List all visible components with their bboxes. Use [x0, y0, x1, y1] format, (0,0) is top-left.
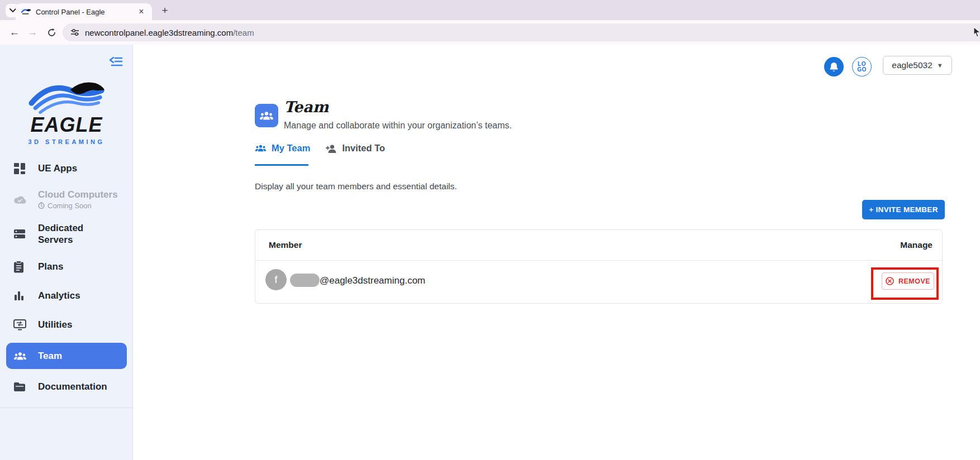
team-page-icon: [255, 104, 278, 127]
mouse-cursor: [973, 27, 980, 37]
member-avatar: f: [265, 269, 287, 290]
browser-tab[interactable]: Control Panel - Eagle ×: [16, 3, 152, 20]
bell-icon: [829, 62, 839, 72]
site-settings-icon: [70, 28, 79, 36]
caret-down-icon: ▼: [937, 62, 943, 69]
redacted-username: [290, 274, 320, 287]
sidebar-item-label: Utilities: [38, 319, 72, 330]
new-tab-button[interactable]: +: [159, 4, 171, 17]
column-manage: Manage: [900, 240, 933, 250]
brand-tagline: 3D STREAMING: [28, 138, 104, 145]
org-logo-text: GO: [857, 67, 867, 73]
people-icon: [255, 144, 267, 152]
sidebar-item-label: UE Apps: [38, 162, 77, 174]
browser-tab-strip: Control Panel - Eagle × +: [0, 0, 980, 20]
members-table: Member Manage f @eagle3dstreaming.com RE…: [255, 229, 943, 304]
monitor-transfer-icon: [13, 318, 27, 332]
dashboard-grid-icon: [13, 162, 27, 175]
sidebar-item-label: Documentation: [38, 381, 107, 392]
table-header-row: Member Manage: [255, 230, 942, 261]
sidebar-item-documentation[interactable]: Documentation: [0, 372, 133, 401]
sidebar-item-dedicated-servers[interactable]: Dedicated Servers: [0, 215, 133, 252]
column-member: Member: [269, 240, 302, 250]
page-content: EAGLE 3D STREAMING UE Apps Cloud Compute…: [0, 45, 980, 460]
clipboard-icon: [13, 260, 27, 274]
sidebar-item-cloud-computers: Cloud Computers Coming Soon: [0, 183, 133, 215]
clock-icon: [38, 202, 45, 209]
notifications-button[interactable]: [824, 57, 844, 76]
url-path: /team: [233, 28, 254, 37]
cancel-circle-icon: [886, 277, 894, 285]
brand-logo: EAGLE 3D STREAMING: [0, 76, 133, 145]
active-tab-underline: [255, 164, 308, 166]
team-tabs: My Team Invited To: [255, 143, 385, 154]
tab-label: Invited To: [342, 143, 385, 154]
forward-button: →: [23, 23, 41, 41]
browser-toolbar: ← → newcontrolpanel.eagle3dstreaming.com…: [0, 20, 980, 45]
eagle-logo-icon: [22, 76, 111, 114]
coming-soon-badge: Coming Soon: [38, 202, 118, 210]
url-text: newcontrolpanel.eagle3dstreaming.com/tea…: [85, 28, 254, 37]
collapse-sidebar-icon: [108, 55, 123, 67]
sidebar-item-team[interactable]: Team: [6, 343, 127, 369]
page-subtitle: Manage and collaborate within your organ…: [284, 121, 512, 131]
remove-label: REMOVE: [898, 277, 930, 285]
back-button[interactable]: ←: [6, 23, 23, 41]
chevron-down-icon: [9, 8, 16, 13]
url-host: newcontrolpanel.eagle3dstreaming.com: [85, 28, 233, 37]
tab-title: Control Panel - Eagle: [36, 8, 136, 16]
account-name: eagle5032: [892, 60, 932, 70]
page-title: Team: [284, 98, 329, 116]
url-bar[interactable]: newcontrolpanel.eagle3dstreaming.com/tea…: [63, 23, 980, 41]
folder-icon: [13, 380, 27, 394]
sidebar-item-label: Cloud Computers: [38, 189, 118, 200]
org-logo-avatar[interactable]: LO GO: [852, 57, 872, 76]
remove-member-button[interactable]: REMOVE: [882, 272, 934, 290]
sidebar-footer-divider: [0, 408, 133, 408]
main-content: LO GO eagle5032 ▼ Team Manage and collab…: [133, 45, 980, 460]
sidebar-nav: UE Apps Cloud Computers Coming Soon: [0, 154, 133, 401]
brand-name: EAGLE: [30, 115, 102, 135]
section-description: Display all your team members and essent…: [255, 181, 457, 191]
server-icon: [13, 227, 27, 241]
account-dropdown[interactable]: eagle5032 ▼: [883, 56, 952, 75]
sidebar-collapse-button[interactable]: [108, 55, 124, 68]
tab-label: My Team: [272, 143, 310, 154]
cloud-icon: [13, 193, 27, 206]
sidebar: EAGLE 3D STREAMING UE Apps Cloud Compute…: [0, 45, 133, 460]
sidebar-item-label: Dedicated Servers: [38, 222, 101, 246]
invite-member-button[interactable]: + INVITE MEMBER: [862, 200, 945, 219]
sidebar-item-analytics[interactable]: Analytics: [0, 281, 133, 310]
reload-button[interactable]: [42, 23, 60, 41]
person-add-icon: [326, 144, 337, 153]
tab-invited-to[interactable]: Invited To: [326, 143, 385, 154]
bar-chart-icon: [13, 289, 27, 303]
sidebar-item-label: Team: [38, 350, 62, 362]
member-email: @eagle3dstreaming.com: [320, 275, 425, 286]
tab-close-icon[interactable]: ×: [136, 7, 146, 17]
table-row: f @eagle3dstreaming.com REMOVE: [255, 261, 942, 304]
tab-my-team[interactable]: My Team: [255, 143, 310, 154]
eagle-favicon: [21, 8, 31, 16]
sidebar-item-label: Analytics: [38, 290, 80, 301]
sidebar-item-utilities[interactable]: Utilities: [0, 310, 133, 339]
team-people-icon: [13, 349, 27, 363]
sidebar-item-label: Plans: [38, 261, 63, 272]
sidebar-item-ue-apps[interactable]: UE Apps: [0, 154, 133, 183]
reload-icon: [47, 28, 56, 37]
sidebar-item-plans[interactable]: Plans: [0, 252, 133, 281]
